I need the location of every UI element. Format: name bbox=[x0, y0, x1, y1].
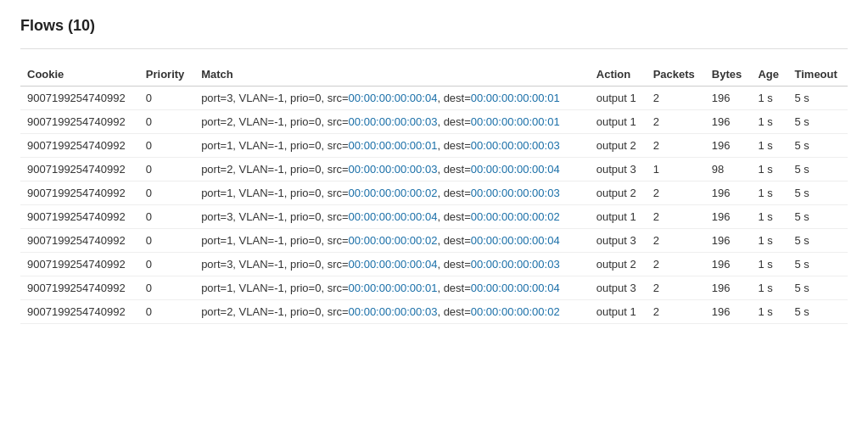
match-middle-text: , dest= bbox=[437, 187, 470, 199]
match-src-link[interactable]: 00:00:00:00:00:04 bbox=[349, 92, 438, 104]
cell-action: output 2 bbox=[590, 253, 647, 276]
cell-timeout: 5 s bbox=[788, 158, 848, 181]
cell-priority: 0 bbox=[139, 87, 194, 110]
match-src-link[interactable]: 00:00:00:00:00:02 bbox=[349, 234, 438, 247]
cell-cookie: 9007199254740992 bbox=[20, 229, 139, 253]
cell-action: output 2 bbox=[590, 134, 647, 158]
table-row: 90071992547409920port=2, VLAN=-1, prio=0… bbox=[20, 300, 848, 324]
cell-action: output 3 bbox=[590, 158, 647, 181]
cell-bytes: 196 bbox=[705, 87, 752, 110]
cell-packets: 1 bbox=[647, 158, 705, 181]
cell-age: 1 s bbox=[751, 253, 787, 276]
cell-packets: 2 bbox=[647, 134, 705, 158]
cell-action: output 1 bbox=[590, 87, 647, 110]
match-dest-link[interactable]: 00:00:00:00:00:03 bbox=[471, 139, 560, 152]
cell-priority: 0 bbox=[139, 181, 194, 205]
cell-packets: 2 bbox=[647, 110, 705, 134]
match-src-link[interactable]: 00:00:00:00:00:01 bbox=[349, 139, 438, 152]
cell-age: 1 s bbox=[751, 110, 787, 134]
match-dest-link[interactable]: 00:00:00:00:00:02 bbox=[471, 305, 560, 318]
match-prefix-text: port=1, VLAN=-1, prio=0, src= bbox=[201, 187, 348, 199]
match-dest-link[interactable]: 00:00:00:00:00:01 bbox=[471, 115, 560, 128]
cell-age: 1 s bbox=[751, 181, 787, 205]
cell-priority: 0 bbox=[139, 300, 194, 324]
match-middle-text: , dest= bbox=[437, 92, 470, 104]
cell-cookie: 9007199254740992 bbox=[20, 181, 139, 205]
cell-timeout: 5 s bbox=[788, 205, 848, 229]
match-dest-link[interactable]: 00:00:00:00:00:03 bbox=[471, 258, 560, 271]
col-cookie: Cookie bbox=[20, 63, 139, 87]
cell-bytes: 196 bbox=[705, 110, 752, 134]
match-src-link[interactable]: 00:00:00:00:00:03 bbox=[349, 115, 438, 128]
table-row: 90071992547409920port=3, VLAN=-1, prio=0… bbox=[20, 253, 848, 276]
match-src-link[interactable]: 00:00:00:00:00:04 bbox=[349, 210, 438, 223]
cell-match: port=2, VLAN=-1, prio=0, src=00:00:00:00… bbox=[194, 300, 590, 324]
cell-action: output 3 bbox=[590, 229, 647, 253]
cell-packets: 2 bbox=[647, 205, 705, 229]
cell-packets: 2 bbox=[647, 276, 705, 300]
match-prefix-text: port=3, VLAN=-1, prio=0, src= bbox=[201, 92, 348, 104]
match-middle-text: , dest= bbox=[437, 210, 470, 223]
match-dest-link[interactable]: 00:00:00:00:00:02 bbox=[471, 210, 560, 223]
cell-priority: 0 bbox=[139, 110, 194, 134]
cell-cookie: 9007199254740992 bbox=[20, 205, 139, 229]
match-middle-text: , dest= bbox=[437, 139, 470, 152]
cell-bytes: 196 bbox=[705, 276, 752, 300]
table-row: 90071992547409920port=1, VLAN=-1, prio=0… bbox=[20, 134, 848, 158]
cell-bytes: 196 bbox=[705, 229, 752, 253]
cell-bytes: 196 bbox=[705, 253, 752, 276]
cell-cookie: 9007199254740992 bbox=[20, 134, 139, 158]
cell-cookie: 9007199254740992 bbox=[20, 158, 139, 181]
cell-match: port=2, VLAN=-1, prio=0, src=00:00:00:00… bbox=[194, 110, 590, 134]
match-middle-text: , dest= bbox=[437, 258, 470, 271]
match-src-link[interactable]: 00:00:00:00:00:01 bbox=[349, 282, 438, 294]
table-row: 90071992547409920port=1, VLAN=-1, prio=0… bbox=[20, 181, 848, 205]
match-src-link[interactable]: 00:00:00:00:00:03 bbox=[349, 163, 438, 176]
cell-priority: 0 bbox=[139, 205, 194, 229]
cell-action: output 1 bbox=[590, 300, 647, 324]
cell-age: 1 s bbox=[751, 205, 787, 229]
match-dest-link[interactable]: 00:00:00:00:00:04 bbox=[471, 163, 560, 176]
cell-priority: 0 bbox=[139, 158, 194, 181]
col-match: Match bbox=[194, 63, 590, 87]
match-dest-link[interactable]: 00:00:00:00:00:04 bbox=[471, 234, 560, 247]
cell-packets: 2 bbox=[647, 181, 705, 205]
cell-timeout: 5 s bbox=[788, 181, 848, 205]
match-middle-text: , dest= bbox=[437, 115, 470, 128]
cell-bytes: 196 bbox=[705, 181, 752, 205]
match-src-link[interactable]: 00:00:00:00:00:03 bbox=[349, 305, 438, 318]
cell-cookie: 9007199254740992 bbox=[20, 253, 139, 276]
match-middle-text: , dest= bbox=[437, 234, 470, 247]
cell-match: port=3, VLAN=-1, prio=0, src=00:00:00:00… bbox=[194, 87, 590, 110]
match-dest-link[interactable]: 00:00:00:00:00:03 bbox=[471, 187, 560, 199]
table-body: 90071992547409920port=3, VLAN=-1, prio=0… bbox=[20, 87, 848, 324]
col-action: Action bbox=[590, 63, 647, 87]
table-row: 90071992547409920port=1, VLAN=-1, prio=0… bbox=[20, 229, 848, 253]
cell-packets: 2 bbox=[647, 300, 705, 324]
table-header: Cookie Priority Match Action Packets Byt… bbox=[20, 63, 848, 87]
match-middle-text: , dest= bbox=[437, 163, 470, 176]
cell-match: port=1, VLAN=-1, prio=0, src=00:00:00:00… bbox=[194, 181, 590, 205]
cell-action: output 1 bbox=[590, 205, 647, 229]
table-row: 90071992547409920port=3, VLAN=-1, prio=0… bbox=[20, 87, 848, 110]
match-dest-link[interactable]: 00:00:00:00:00:04 bbox=[471, 282, 560, 294]
match-prefix-text: port=2, VLAN=-1, prio=0, src= bbox=[201, 163, 348, 176]
cell-priority: 0 bbox=[139, 229, 194, 253]
match-src-link[interactable]: 00:00:00:00:00:02 bbox=[349, 187, 438, 199]
cell-packets: 2 bbox=[647, 229, 705, 253]
cell-bytes: 196 bbox=[705, 134, 752, 158]
match-src-link[interactable]: 00:00:00:00:00:04 bbox=[349, 258, 438, 271]
cell-timeout: 5 s bbox=[788, 253, 848, 276]
flows-table: Cookie Priority Match Action Packets Byt… bbox=[20, 63, 848, 324]
match-prefix-text: port=2, VLAN=-1, prio=0, src= bbox=[201, 115, 348, 128]
match-prefix-text: port=1, VLAN=-1, prio=0, src= bbox=[201, 282, 348, 294]
cell-bytes: 196 bbox=[705, 205, 752, 229]
col-age: Age bbox=[751, 63, 787, 87]
col-priority: Priority bbox=[139, 63, 194, 87]
match-prefix-text: port=3, VLAN=-1, prio=0, src= bbox=[201, 258, 348, 271]
cell-age: 1 s bbox=[751, 87, 787, 110]
match-dest-link[interactable]: 00:00:00:00:00:01 bbox=[471, 92, 560, 104]
table-row: 90071992547409920port=2, VLAN=-1, prio=0… bbox=[20, 158, 848, 181]
cell-action: output 2 bbox=[590, 181, 647, 205]
cell-match: port=3, VLAN=-1, prio=0, src=00:00:00:00… bbox=[194, 205, 590, 229]
